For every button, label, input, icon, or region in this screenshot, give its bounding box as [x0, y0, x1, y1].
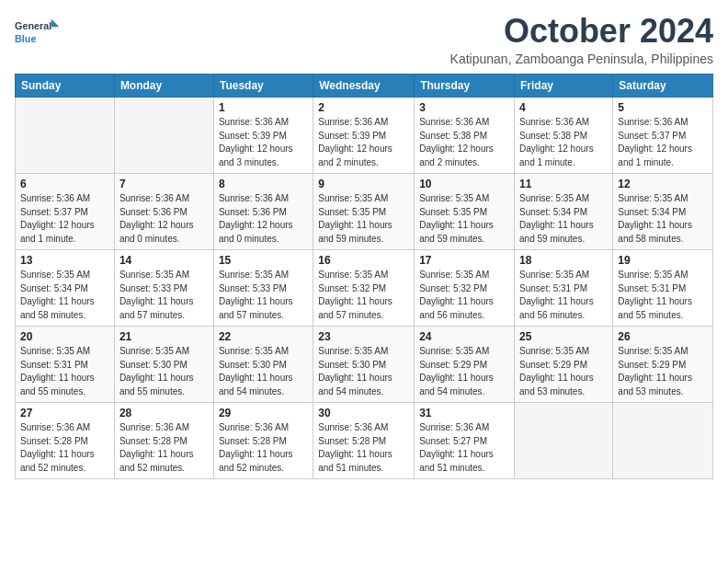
day-number: 27 [20, 407, 109, 419]
day-cell: 18Sunrise: 5:35 AMSunset: 5:31 PMDayligh… [515, 250, 613, 327]
day-info: Sunrise: 5:35 AMSunset: 5:34 PMDaylight:… [618, 192, 708, 246]
day-cell [114, 98, 213, 174]
day-number: 15 [219, 254, 308, 267]
day-cell: 3Sunrise: 5:36 AMSunset: 5:38 PMDaylight… [415, 98, 515, 174]
day-info: Sunrise: 5:35 AMSunset: 5:32 PMDaylight:… [318, 269, 409, 322]
header-cell-thursday: Thursday [415, 75, 515, 98]
day-number: 6 [20, 178, 109, 190]
day-info: Sunrise: 5:35 AMSunset: 5:35 PMDaylight:… [419, 192, 509, 246]
day-info: Sunrise: 5:36 AMSunset: 5:28 PMDaylight:… [20, 421, 109, 475]
day-info: Sunrise: 5:35 AMSunset: 5:29 PMDaylight:… [618, 345, 708, 398]
svg-text:Blue: Blue [15, 33, 36, 44]
day-info: Sunrise: 5:36 AMSunset: 5:37 PMDaylight:… [20, 192, 109, 246]
day-cell: 27Sunrise: 5:36 AMSunset: 5:28 PMDayligh… [16, 403, 115, 479]
day-info: Sunrise: 5:36 AMSunset: 5:36 PMDaylight:… [119, 192, 209, 246]
day-info: Sunrise: 5:36 AMSunset: 5:37 PMDaylight:… [618, 116, 708, 169]
day-info: Sunrise: 5:35 AMSunset: 5:30 PMDaylight:… [219, 345, 308, 398]
day-cell: 4Sunrise: 5:36 AMSunset: 5:38 PMDaylight… [515, 98, 613, 174]
day-cell: 7Sunrise: 5:36 AMSunset: 5:36 PMDaylight… [114, 174, 213, 250]
day-number: 13 [20, 254, 109, 267]
title-block: October 2024 Katipunan, Zamboanga Penins… [450, 15, 713, 66]
day-number: 10 [419, 178, 509, 190]
day-number: 25 [519, 330, 608, 343]
day-cell [16, 98, 115, 174]
day-number: 16 [318, 254, 409, 267]
day-cell: 22Sunrise: 5:35 AMSunset: 5:30 PMDayligh… [213, 327, 313, 403]
header-cell-tuesday: Tuesday [213, 75, 313, 98]
day-cell: 13Sunrise: 5:35 AMSunset: 5:34 PMDayligh… [16, 250, 115, 327]
day-cell [613, 403, 713, 479]
day-number: 18 [519, 254, 608, 267]
day-number: 14 [119, 254, 209, 267]
day-cell: 5Sunrise: 5:36 AMSunset: 5:37 PMDaylight… [613, 98, 713, 174]
day-number: 28 [119, 407, 209, 419]
day-info: Sunrise: 5:35 AMSunset: 5:34 PMDaylight:… [20, 269, 109, 322]
calendar-table: SundayMondayTuesdayWednesdayThursdayFrid… [15, 74, 713, 479]
day-info: Sunrise: 5:36 AMSunset: 5:36 PMDaylight:… [219, 192, 308, 246]
day-info: Sunrise: 5:35 AMSunset: 5:33 PMDaylight:… [219, 269, 308, 322]
day-number: 23 [318, 330, 409, 343]
page-header: General Blue October 2024 Katipunan, Zam… [15, 15, 713, 66]
day-cell: 17Sunrise: 5:35 AMSunset: 5:32 PMDayligh… [415, 250, 515, 327]
day-number: 24 [419, 330, 509, 343]
header-row: SundayMondayTuesdayWednesdayThursdayFrid… [16, 75, 713, 98]
day-number: 26 [618, 330, 708, 343]
day-info: Sunrise: 5:36 AMSunset: 5:28 PMDaylight:… [219, 421, 308, 475]
day-cell: 21Sunrise: 5:35 AMSunset: 5:30 PMDayligh… [114, 327, 213, 403]
day-cell: 8Sunrise: 5:36 AMSunset: 5:36 PMDaylight… [213, 174, 313, 250]
day-number: 20 [20, 330, 109, 343]
day-number: 31 [419, 407, 509, 419]
logo-svg: General Blue [15, 15, 61, 50]
day-info: Sunrise: 5:35 AMSunset: 5:30 PMDaylight:… [318, 345, 409, 398]
day-cell: 2Sunrise: 5:36 AMSunset: 5:39 PMDaylight… [313, 98, 415, 174]
day-info: Sunrise: 5:35 AMSunset: 5:31 PMDaylight:… [20, 345, 109, 398]
day-number: 3 [419, 101, 509, 114]
day-cell: 31Sunrise: 5:36 AMSunset: 5:27 PMDayligh… [415, 403, 515, 479]
day-info: Sunrise: 5:35 AMSunset: 5:32 PMDaylight:… [419, 269, 509, 322]
day-number: 19 [618, 254, 708, 267]
day-cell [515, 403, 613, 479]
day-info: Sunrise: 5:36 AMSunset: 5:28 PMDaylight:… [318, 421, 409, 475]
week-row-3: 13Sunrise: 5:35 AMSunset: 5:34 PMDayligh… [16, 250, 713, 327]
header-cell-friday: Friday [515, 75, 613, 98]
svg-text:General: General [15, 21, 51, 32]
day-info: Sunrise: 5:35 AMSunset: 5:34 PMDaylight:… [519, 192, 608, 246]
week-row-2: 6Sunrise: 5:36 AMSunset: 5:37 PMDaylight… [16, 174, 713, 250]
day-info: Sunrise: 5:36 AMSunset: 5:39 PMDaylight:… [318, 116, 409, 169]
day-cell: 16Sunrise: 5:35 AMSunset: 5:32 PMDayligh… [313, 250, 415, 327]
day-cell: 28Sunrise: 5:36 AMSunset: 5:28 PMDayligh… [114, 403, 213, 479]
day-cell: 29Sunrise: 5:36 AMSunset: 5:28 PMDayligh… [213, 403, 313, 479]
day-cell: 30Sunrise: 5:36 AMSunset: 5:28 PMDayligh… [313, 403, 415, 479]
day-number: 11 [519, 178, 608, 190]
day-info: Sunrise: 5:35 AMSunset: 5:30 PMDaylight:… [119, 345, 209, 398]
week-row-5: 27Sunrise: 5:36 AMSunset: 5:28 PMDayligh… [16, 403, 713, 479]
day-info: Sunrise: 5:35 AMSunset: 5:31 PMDaylight:… [519, 269, 608, 322]
day-info: Sunrise: 5:35 AMSunset: 5:35 PMDaylight:… [318, 192, 409, 246]
day-info: Sunrise: 5:35 AMSunset: 5:29 PMDaylight:… [419, 345, 509, 398]
svg-marker-2 [51, 19, 59, 27]
day-cell: 23Sunrise: 5:35 AMSunset: 5:30 PMDayligh… [313, 327, 415, 403]
month-title: October 2024 [450, 15, 713, 48]
day-cell: 9Sunrise: 5:35 AMSunset: 5:35 PMDaylight… [313, 174, 415, 250]
day-info: Sunrise: 5:36 AMSunset: 5:38 PMDaylight:… [419, 116, 509, 169]
day-number: 2 [318, 101, 409, 114]
day-info: Sunrise: 5:36 AMSunset: 5:39 PMDaylight:… [219, 116, 308, 169]
day-cell: 25Sunrise: 5:35 AMSunset: 5:29 PMDayligh… [515, 327, 613, 403]
day-cell: 24Sunrise: 5:35 AMSunset: 5:29 PMDayligh… [415, 327, 515, 403]
day-number: 9 [318, 178, 409, 190]
day-number: 7 [119, 178, 209, 190]
day-info: Sunrise: 5:36 AMSunset: 5:28 PMDaylight:… [119, 421, 209, 475]
day-info: Sunrise: 5:35 AMSunset: 5:29 PMDaylight:… [519, 345, 608, 398]
day-number: 12 [618, 178, 708, 190]
day-cell: 6Sunrise: 5:36 AMSunset: 5:37 PMDaylight… [16, 174, 115, 250]
day-number: 8 [219, 178, 308, 190]
day-info: Sunrise: 5:35 AMSunset: 5:33 PMDaylight:… [119, 269, 209, 322]
week-row-4: 20Sunrise: 5:35 AMSunset: 5:31 PMDayligh… [16, 327, 713, 403]
day-number: 17 [419, 254, 509, 267]
day-number: 22 [219, 330, 308, 343]
day-number: 30 [318, 407, 409, 419]
day-number: 29 [219, 407, 308, 419]
day-cell: 12Sunrise: 5:35 AMSunset: 5:34 PMDayligh… [613, 174, 713, 250]
day-cell: 10Sunrise: 5:35 AMSunset: 5:35 PMDayligh… [415, 174, 515, 250]
header-cell-sunday: Sunday [16, 75, 115, 98]
